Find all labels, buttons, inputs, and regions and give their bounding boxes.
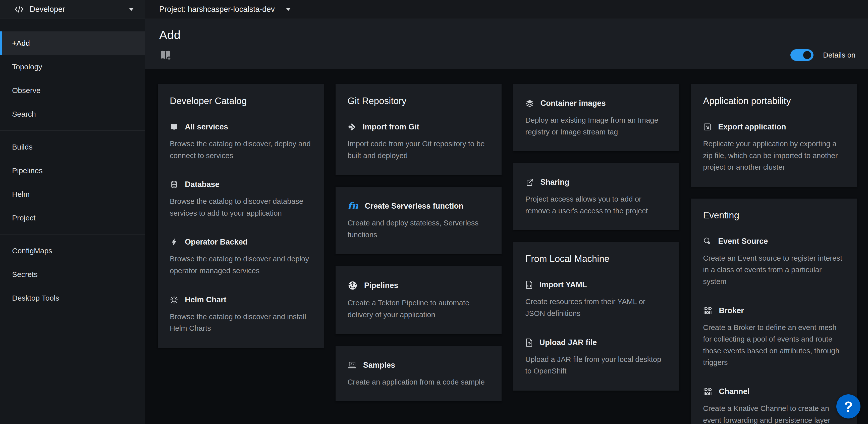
laptop-code-icon: [348, 361, 356, 369]
upload-jar-file-link[interactable]: Upload JAR file: [525, 338, 667, 347]
fn-icon: fn: [348, 201, 359, 210]
sidebar-item-observe[interactable]: Observe: [0, 79, 145, 102]
main-area: Add Details on: [145, 19, 868, 424]
item-title: Pipelines: [364, 281, 398, 290]
binary-icon: [703, 306, 712, 315]
item-title: Samples: [363, 361, 395, 370]
card-samples: Samples Create an application from a cod…: [336, 346, 502, 402]
help-button[interactable]: ?: [836, 394, 861, 419]
add-item-export-application: Export application Replicate your applic…: [703, 122, 845, 173]
item-description: Upload a JAR file from your local deskto…: [525, 354, 667, 377]
add-item-all-services: All services Browse the catalog to disco…: [170, 122, 312, 161]
add-item-pipelines: Pipelines Create a Tekton Pipeline to au…: [348, 281, 490, 320]
add-item-container-images: Container images Deploy an existing Imag…: [525, 99, 667, 138]
samples-link[interactable]: Samples: [348, 361, 490, 370]
sidebar-item-secrets[interactable]: Secrets: [0, 263, 145, 286]
details-toggle[interactable]: [790, 49, 813, 61]
event-source-icon: [703, 237, 712, 246]
broker-link[interactable]: Broker: [703, 306, 845, 315]
item-description: Create a Knative Channel to create an ev…: [703, 403, 845, 424]
item-title: Operator Backed: [185, 237, 248, 247]
item-description: Browse the catalog to discover and insta…: [170, 311, 312, 334]
sharing-link[interactable]: Sharing: [525, 178, 667, 187]
item-title: All services: [185, 122, 228, 132]
item-title: Upload JAR file: [539, 338, 597, 347]
sidebar-item-helm[interactable]: Helm: [0, 182, 145, 206]
layers-icon: [525, 99, 534, 108]
project-selector[interactable]: Project: harshcasper-localsta-dev: [145, 0, 868, 19]
card-title: Git Repository: [348, 96, 490, 106]
export-application-link[interactable]: Export application: [703, 122, 845, 132]
tekton-icon: [348, 281, 358, 290]
import-yaml-link[interactable]: Import YAML: [525, 280, 667, 289]
import-from-git-link[interactable]: Import from Git: [348, 122, 490, 132]
item-description: Create an application from a code sample: [348, 376, 490, 388]
item-title: Event Source: [718, 237, 768, 246]
create-serverless-function-link[interactable]: fn Create Serverless function: [348, 201, 490, 210]
chevron-down-icon: [286, 8, 291, 11]
item-description: Create a Broker to define an event mesh …: [703, 322, 845, 368]
add-item-import-from-git: Import from Git Import code from your Gi…: [348, 122, 490, 161]
card-container-images: Container images Deploy an existing Imag…: [514, 84, 679, 151]
item-title: Broker: [719, 306, 744, 315]
card-title: From Local Machine: [525, 254, 667, 264]
add-item-upload-jar-file: Upload JAR file Upload a JAR file from y…: [525, 338, 667, 377]
card-developer-catalog: Developer Catalog All services Bro: [158, 84, 324, 348]
sidebar-item-builds[interactable]: Builds: [0, 135, 145, 159]
nav-group-1: +Add Topology Observe Search: [0, 31, 145, 126]
add-item-import-yaml: Import YAML Create resources from their …: [525, 280, 667, 319]
item-description: Create resources from their YAML or JSON…: [525, 296, 667, 319]
item-description: Replicate your application by exporting …: [703, 138, 845, 173]
all-services-link[interactable]: All services: [170, 122, 312, 132]
database-link[interactable]: Database: [170, 180, 312, 189]
container-images-link[interactable]: Container images: [525, 99, 667, 108]
book-plus-icon[interactable]: [159, 49, 172, 61]
operator-backed-link[interactable]: Operator Backed: [170, 237, 312, 247]
add-item-samples: Samples Create an application from a cod…: [348, 361, 490, 388]
chevron-down-icon: [129, 8, 134, 11]
item-description: Deploy an existing Image from an Image r…: [525, 114, 667, 138]
add-item-create-serverless-function: fn Create Serverless function Create and…: [348, 201, 490, 241]
sidebar-item-project[interactable]: Project: [0, 206, 145, 230]
details-toggle-wrap: Details on: [790, 49, 857, 61]
add-item-operator-backed: Operator Backed Browse the catalog to di…: [170, 237, 312, 277]
sidebar-item-search[interactable]: Search: [0, 102, 145, 126]
sidebar-item-add[interactable]: +Add: [0, 31, 145, 55]
card-eventing: Eventing Event Source Create an Ev: [691, 199, 857, 424]
item-description: Import code from your Git repository to …: [348, 138, 490, 161]
add-item-broker: Broker Create a Broker to define an even…: [703, 306, 845, 368]
event-source-link[interactable]: Event Source: [703, 237, 845, 246]
item-description: Create and deploy stateless, Serverless …: [348, 217, 490, 241]
perspective-label: Developer: [30, 5, 65, 14]
item-title: Import from Git: [363, 122, 420, 132]
bolt-icon: [170, 238, 178, 246]
pipelines-link[interactable]: Pipelines: [348, 281, 490, 290]
add-item-sharing: Sharing Project access allows you to add…: [525, 178, 667, 217]
sidebar-nav: +Add Topology Observe Search Builds Pipe…: [0, 19, 145, 424]
card-column-3: Container images Deploy an existing Imag…: [514, 84, 679, 424]
item-title: Sharing: [540, 178, 569, 187]
details-toggle-label: Details on: [823, 51, 856, 59]
share-icon: [525, 178, 534, 187]
header-row: Details on: [159, 49, 857, 61]
page-header: Add Details on: [145, 19, 868, 69]
card-sharing: Sharing Project access allows you to add…: [514, 163, 679, 230]
sidebar-item-pipelines[interactable]: Pipelines: [0, 159, 145, 182]
code-icon: [14, 5, 24, 13]
sidebar-item-configmaps[interactable]: ConfigMaps: [0, 239, 145, 263]
item-description: Create an Event source to register inter…: [703, 252, 845, 287]
card-column-1: Developer Catalog All services Bro: [158, 84, 324, 424]
card-serverless-function: fn Create Serverless function Create and…: [336, 187, 502, 254]
sidebar-item-desktop-tools[interactable]: Desktop Tools: [0, 286, 145, 310]
helm-chart-link[interactable]: Helm Chart: [170, 295, 312, 304]
export-icon: [703, 123, 712, 131]
item-title: Create Serverless function: [365, 202, 464, 210]
perspective-switcher[interactable]: Developer: [0, 0, 145, 19]
card-from-local-machine: From Local Machine Import YAML: [514, 242, 679, 390]
channel-link[interactable]: Channel: [703, 387, 845, 396]
item-title: Database: [185, 180, 219, 189]
card-pipelines: Pipelines Create a Tekton Pipeline to au…: [336, 266, 502, 334]
sidebar-item-topology[interactable]: Topology: [0, 55, 145, 79]
toggle-knob: [803, 51, 811, 59]
card-column-2: Git Repository: [336, 84, 502, 424]
